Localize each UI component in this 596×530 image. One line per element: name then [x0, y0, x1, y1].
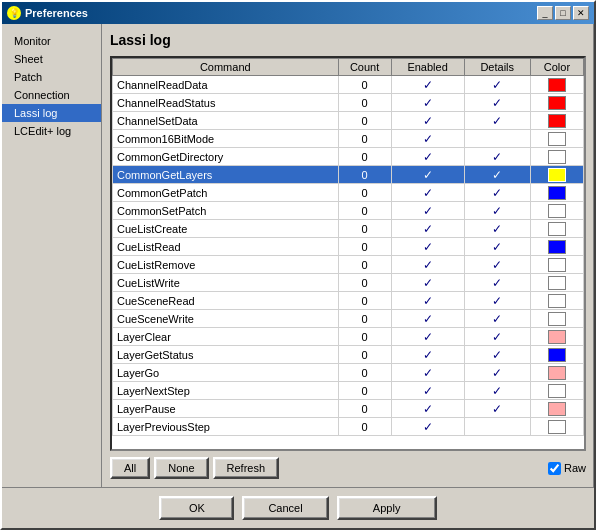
table-row[interactable]: ChannelSetData0✓✓	[113, 112, 584, 130]
details-cell[interactable]: ✓	[464, 382, 530, 400]
maximize-button[interactable]: □	[555, 6, 571, 20]
enabled-cell[interactable]: ✓	[391, 346, 464, 364]
table-row[interactable]: CommonSetPatch0✓✓	[113, 202, 584, 220]
table-row[interactable]: CommonGetLayers0✓✓	[113, 166, 584, 184]
details-cell[interactable]: ✓	[464, 202, 530, 220]
sidebar-item-lassi-log[interactable]: Lassi log	[2, 104, 101, 122]
sidebar-item-sheet[interactable]: Sheet	[2, 50, 101, 68]
command-cell: Common16BitMode	[113, 130, 339, 148]
ok-button[interactable]: OK	[159, 496, 234, 520]
apply-button[interactable]: Apply	[337, 496, 437, 520]
enabled-cell[interactable]: ✓	[391, 292, 464, 310]
enabled-cell[interactable]: ✓	[391, 112, 464, 130]
all-button[interactable]: All	[110, 457, 150, 479]
table-row[interactable]: LayerGo0✓✓	[113, 364, 584, 382]
table-row[interactable]: LayerPreviousStep0✓	[113, 418, 584, 436]
enabled-cell[interactable]: ✓	[391, 418, 464, 436]
color-cell[interactable]	[530, 238, 583, 256]
table-row[interactable]: ChannelReadStatus0✓✓	[113, 94, 584, 112]
color-cell[interactable]	[530, 112, 583, 130]
details-cell[interactable]: ✓	[464, 220, 530, 238]
table-row[interactable]: LayerClear0✓✓	[113, 328, 584, 346]
table-row[interactable]: CommonGetPatch0✓✓	[113, 184, 584, 202]
enabled-cell[interactable]: ✓	[391, 220, 464, 238]
table-row[interactable]: Common16BitMode0✓	[113, 130, 584, 148]
count-cell: 0	[338, 418, 391, 436]
enabled-cell[interactable]: ✓	[391, 130, 464, 148]
color-cell[interactable]	[530, 184, 583, 202]
raw-checkbox[interactable]	[548, 462, 561, 475]
enabled-cell[interactable]: ✓	[391, 364, 464, 382]
sidebar-item-patch[interactable]: Patch	[2, 68, 101, 86]
color-cell[interactable]	[530, 148, 583, 166]
minimize-button[interactable]: _	[537, 6, 553, 20]
color-cell[interactable]	[530, 418, 583, 436]
cancel-button[interactable]: Cancel	[242, 496, 328, 520]
color-cell[interactable]	[530, 382, 583, 400]
enabled-cell[interactable]: ✓	[391, 274, 464, 292]
color-cell[interactable]	[530, 220, 583, 238]
sidebar-item-monitor[interactable]: Monitor	[2, 32, 101, 50]
details-cell[interactable]: ✓	[464, 292, 530, 310]
enabled-cell[interactable]: ✓	[391, 238, 464, 256]
details-cell[interactable]: ✓	[464, 238, 530, 256]
color-cell[interactable]	[530, 166, 583, 184]
details-cell[interactable]	[464, 418, 530, 436]
color-cell[interactable]	[530, 274, 583, 292]
close-button[interactable]: ✕	[573, 6, 589, 20]
table-row[interactable]: CueListRemove0✓✓	[113, 256, 584, 274]
table-row[interactable]: LayerNextStep0✓✓	[113, 382, 584, 400]
color-cell[interactable]	[530, 310, 583, 328]
details-cell[interactable]: ✓	[464, 364, 530, 382]
table-row[interactable]: CueListRead0✓✓	[113, 238, 584, 256]
table-row[interactable]: CueListWrite0✓✓	[113, 274, 584, 292]
color-cell[interactable]	[530, 76, 583, 94]
details-cell[interactable]: ✓	[464, 166, 530, 184]
color-cell[interactable]	[530, 292, 583, 310]
details-cell[interactable]: ✓	[464, 148, 530, 166]
enabled-cell[interactable]: ✓	[391, 382, 464, 400]
none-button[interactable]: None	[154, 457, 208, 479]
color-cell[interactable]	[530, 130, 583, 148]
details-cell[interactable]: ✓	[464, 112, 530, 130]
color-cell[interactable]	[530, 346, 583, 364]
details-cell[interactable]: ✓	[464, 400, 530, 418]
table-row[interactable]: CueSceneRead0✓✓	[113, 292, 584, 310]
color-cell[interactable]	[530, 364, 583, 382]
color-cell[interactable]	[530, 400, 583, 418]
details-cell[interactable]: ✓	[464, 184, 530, 202]
details-cell[interactable]: ✓	[464, 76, 530, 94]
table-row[interactable]: LayerGetStatus0✓✓	[113, 346, 584, 364]
sidebar-item-connection[interactable]: Connection	[2, 86, 101, 104]
color-cell[interactable]	[530, 94, 583, 112]
enabled-cell[interactable]: ✓	[391, 328, 464, 346]
sidebar-item-lcedit-log[interactable]: LCEdit+ log	[2, 122, 101, 140]
details-cell[interactable]	[464, 130, 530, 148]
enabled-cell[interactable]: ✓	[391, 202, 464, 220]
color-cell[interactable]	[530, 256, 583, 274]
color-cell[interactable]	[530, 202, 583, 220]
enabled-cell[interactable]: ✓	[391, 400, 464, 418]
table-scroll[interactable]: Command Count Enabled Details Color Chan…	[112, 58, 584, 449]
details-cell[interactable]: ✓	[464, 328, 530, 346]
refresh-button[interactable]: Refresh	[213, 457, 280, 479]
enabled-cell[interactable]: ✓	[391, 256, 464, 274]
details-cell[interactable]: ✓	[464, 94, 530, 112]
enabled-cell[interactable]: ✓	[391, 76, 464, 94]
raw-label[interactable]: Raw	[564, 462, 586, 474]
table-row[interactable]: CueSceneWrite0✓✓	[113, 310, 584, 328]
details-cell[interactable]: ✓	[464, 346, 530, 364]
table-row[interactable]: LayerPause0✓✓	[113, 400, 584, 418]
enabled-cell[interactable]: ✓	[391, 310, 464, 328]
enabled-cell[interactable]: ✓	[391, 94, 464, 112]
table-row[interactable]: CommonGetDirectory0✓✓	[113, 148, 584, 166]
details-cell[interactable]: ✓	[464, 256, 530, 274]
details-cell[interactable]: ✓	[464, 310, 530, 328]
table-row[interactable]: CueListCreate0✓✓	[113, 220, 584, 238]
table-row[interactable]: ChannelReadData0✓✓	[113, 76, 584, 94]
color-cell[interactable]	[530, 328, 583, 346]
enabled-cell[interactable]: ✓	[391, 148, 464, 166]
details-cell[interactable]: ✓	[464, 274, 530, 292]
enabled-cell[interactable]: ✓	[391, 184, 464, 202]
enabled-cell[interactable]: ✓	[391, 166, 464, 184]
